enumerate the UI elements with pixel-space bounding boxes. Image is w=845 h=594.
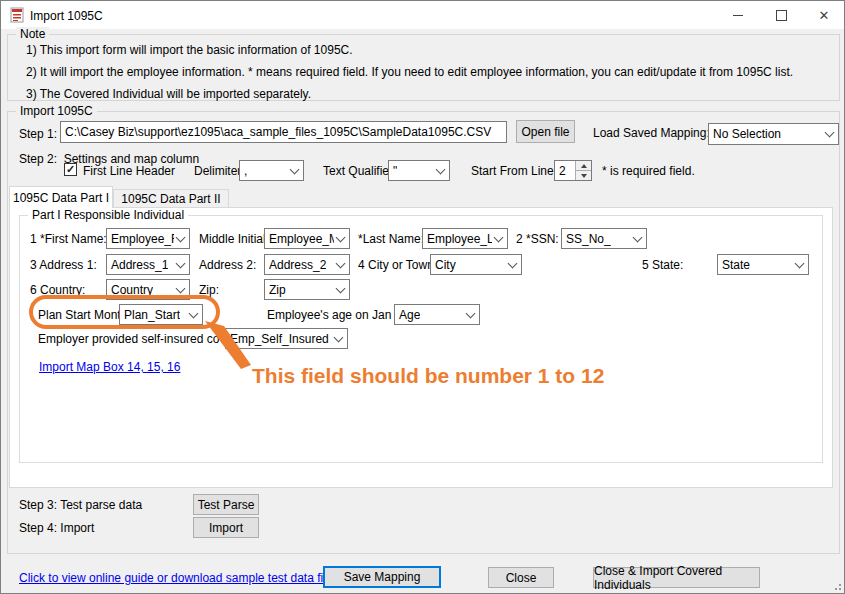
load-saved-mapping-label: Load Saved Mapping: [593,126,710,140]
minimize-icon [733,15,743,16]
note-group: Note 1) This import form will import the… [7,34,840,101]
tab-part2-label: 1095C Data Part II [121,192,220,206]
last-name-value: Employee_Last_ [427,232,492,246]
last-name-label: *Last Name: [358,232,424,246]
chevron-down-icon [176,232,186,242]
last-name-combo[interactable]: Employee_Last_ [422,228,508,249]
load-saved-mapping-select[interactable]: No Selection [708,123,839,145]
state-label: 5 State: [642,258,683,272]
close-import-covered-individuals-button[interactable]: Close & Import Covered Individuals [593,567,760,588]
note-line-1: 1) This import form will import the basi… [26,43,353,57]
address1-label: 3 Address 1: [30,258,97,272]
address1-combo[interactable]: Address_1 [106,254,190,275]
test-parse-button[interactable]: Test Parse [193,494,259,515]
middle-initial-combo[interactable]: Employee_Middle [264,228,350,249]
chevron-down-icon [508,258,518,268]
note-group-legend: Note [16,27,49,41]
first-line-header-label: First Line Header [83,164,175,178]
step1-label: Step 1: [19,127,57,141]
file-path-input[interactable]: C:\Casey Biz\support\ez1095\aca_sample_f… [60,121,507,143]
import-map-box-link[interactable]: Import Map Box 14, 15, 16 [39,360,180,374]
document-icon [9,7,25,23]
tab-1095c-data-part-2[interactable]: 1095C Data Part II [113,189,229,208]
city-value: City [435,258,456,272]
employee-age-label: Employee's age on Jan 1: [267,308,405,322]
note-line-2: 2) It will import the employee informati… [26,65,793,79]
text-qualifier-label: Text Qualifier [323,164,393,178]
maximize-button[interactable] [760,1,802,29]
close-button[interactable]: ✕ [802,1,845,29]
minimize-button[interactable] [717,1,759,29]
save-mapping-button[interactable]: Save Mapping [323,566,441,588]
annotation-text: This field should be number 1 to 12 [252,364,604,388]
import-group-legend: Import 1095C [16,104,97,118]
stepper-down-icon[interactable] [576,171,591,180]
text-qualifier-value: " [393,164,397,178]
close-icon: ✕ [819,9,830,22]
delimiter-select[interactable]: , [239,160,304,181]
employee-age-value: Age [399,308,420,322]
chevron-down-icon [466,308,476,318]
tab-1095c-data-part-1[interactable]: 1095C Data Part I [9,186,113,208]
note-line-3: 3) The Covered Individual will be import… [26,87,311,101]
online-guide-link[interactable]: Click to view online guide or download s… [19,571,336,585]
state-value: State [722,258,750,272]
zip-combo[interactable]: Zip [264,279,350,300]
window-title: Import 1095C [30,9,103,23]
state-combo[interactable]: State [717,254,809,275]
save-mapping-label: Save Mapping [344,570,421,584]
first-name-combo[interactable]: Employee_First_ [106,228,190,249]
address2-value: Address_2 [269,258,326,272]
ssn-label: 2 *SSN: [516,232,559,246]
annotation-arrow [197,321,259,371]
close-dialog-label: Close [506,571,537,585]
city-combo[interactable]: City [430,254,522,275]
load-saved-mapping-value: No Selection [713,127,781,141]
ssn-combo[interactable]: SS_No_ [561,228,647,249]
chevron-down-icon [436,164,446,174]
open-file-label: Open file [521,125,569,139]
address2-label: Address 2: [199,258,256,272]
first-line-header-checkbox[interactable] [64,163,77,176]
ssn-value: SS_No_ [566,232,611,246]
chevron-down-icon [336,258,346,268]
first-name-label: 1 *First Name: [30,232,107,246]
middle-initial-label: Middle Initial: [199,232,269,246]
titlebar: Import 1095C ✕ [1,1,844,29]
text-qualifier-select[interactable]: " [388,160,450,181]
delimiter-label: Delimiter [194,164,241,178]
close-dialog-button[interactable]: Close [488,567,554,588]
middle-initial-value: Employee_Middle [269,232,334,246]
resize-grip-icon[interactable] [832,581,842,591]
zip-value: Zip [269,283,286,297]
open-file-button[interactable]: Open file [516,120,575,143]
chevron-down-icon [176,283,186,293]
maximize-icon [776,10,787,21]
part1-responsible-individual-group: Part I Responsible Individual 1 *First N… [19,215,823,463]
address1-value: Address_1 [111,258,168,272]
part1-group-legend: Part I Responsible Individual [28,208,188,222]
delimiter-value: , [244,164,247,178]
start-from-line-label: Start From Line [471,164,554,178]
employee-age-combo[interactable]: Age [394,304,480,325]
annotation-circle [29,295,220,329]
step3-label: Step 3: Test parse data [19,498,142,512]
chevron-down-icon [633,232,643,242]
chevron-down-icon [334,332,344,342]
stepper-up-icon[interactable] [576,161,591,171]
first-name-value: Employee_First_ [111,232,174,246]
chevron-down-icon [290,164,300,174]
file-path-value: C:\Casey Biz\support\ez1095\aca_sample_f… [65,125,491,139]
chevron-down-icon [795,258,805,268]
chevron-down-icon [336,232,346,242]
tab-part1-label: 1095C Data Part I [13,191,109,205]
chevron-down-icon [494,232,504,242]
chevron-down-icon [825,128,835,138]
import-1095c-dialog: Import 1095C ✕ Note 1) This import form … [0,0,845,594]
import-button[interactable]: Import [193,517,259,538]
required-field-note: * is required field. [602,164,695,178]
address2-combo[interactable]: Address_2 [264,254,350,275]
chevron-down-icon [336,283,346,293]
start-from-line-stepper[interactable]: 2 [554,160,592,181]
step4-label: Step 4: Import [19,521,94,535]
